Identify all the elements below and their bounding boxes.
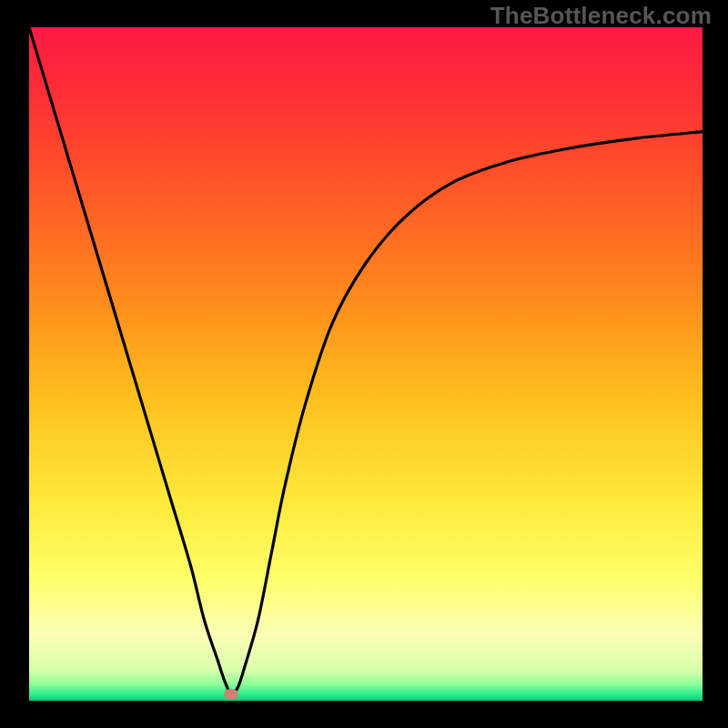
bottleneck-chart xyxy=(0,0,728,728)
chart-frame: TheBottleneck.com xyxy=(0,0,728,728)
minimum-marker xyxy=(224,689,238,700)
